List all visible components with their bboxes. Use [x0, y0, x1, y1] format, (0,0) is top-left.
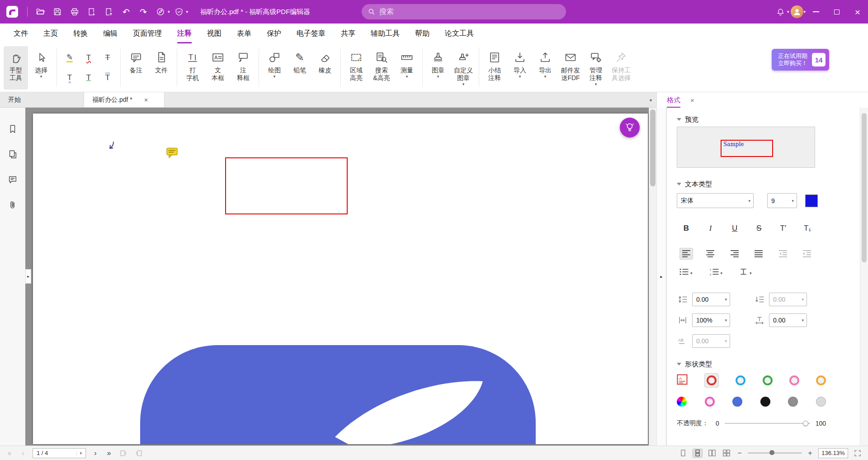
measure-button[interactable]: 测量 ▾: [395, 46, 419, 90]
menu-file[interactable]: 文件: [14, 24, 28, 43]
highlight-text-icon[interactable]: ✎: [60, 48, 79, 68]
tab-list-caret-icon[interactable]: ▾: [650, 92, 652, 108]
fullscreen-button[interactable]: [853, 449, 863, 458]
caret-annotation[interactable]: [107, 141, 116, 154]
close-button[interactable]: ×: [847, 0, 868, 24]
numbered-list-button[interactable]: 12▾: [710, 268, 723, 275]
superscript-button[interactable]: T′: [776, 223, 790, 234]
text-style-swatch[interactable]: A: [677, 374, 688, 387]
buy-now-trial-button[interactable]: 正在试用期 立即购买！ 14: [772, 49, 829, 71]
gray-fill-swatch[interactable]: [788, 397, 798, 407]
next-view-button[interactable]: [134, 449, 144, 458]
close-tab-icon[interactable]: ×: [144, 96, 148, 103]
area-highlight-button[interactable]: 区域 高亮: [344, 46, 368, 90]
rectangle-annotation[interactable]: [225, 157, 348, 214]
maximize-button[interactable]: [826, 0, 847, 24]
pages-panel-icon[interactable]: [7, 148, 19, 160]
shape-style-red-selected[interactable]: [704, 373, 719, 388]
notifications-bell-icon[interactable]: [773, 4, 789, 20]
previous-page-button[interactable]: ‹: [19, 450, 27, 457]
menu-home[interactable]: 主页: [43, 24, 58, 43]
redo-icon[interactable]: ↷: [135, 4, 151, 20]
assistant-lightbulb-button[interactable]: [620, 118, 640, 138]
menu-comment[interactable]: 注释: [177, 24, 192, 43]
text-type-section-header[interactable]: 文本类型: [677, 180, 830, 189]
shape-type-section-header[interactable]: 形状类型: [677, 360, 830, 369]
manage-comments-button[interactable]: 管理 注释 ▾: [584, 46, 608, 90]
next-page-button[interactable]: ›: [91, 450, 99, 457]
bookmarks-panel-icon[interactable]: [7, 123, 19, 135]
sidebar-expand-handle[interactable]: ▸: [25, 269, 31, 284]
opacity-slider-handle[interactable]: [803, 421, 808, 426]
protect-caret-icon[interactable]: ▾: [186, 9, 189, 14]
menu-form[interactable]: 表单: [237, 24, 251, 43]
custom-stamp-button[interactable]: 自定义 图章 ▾: [451, 46, 476, 90]
green-outline-swatch[interactable]: [763, 375, 773, 385]
app-logo-icon[interactable]: [5, 4, 20, 19]
italic-button[interactable]: I: [704, 223, 717, 234]
zoom-slider[interactable]: [748, 452, 802, 454]
line-spacing-select[interactable]: 0.00▾: [692, 293, 730, 306]
cyan-outline-swatch[interactable]: [736, 375, 745, 385]
last-page-button[interactable]: »: [105, 450, 113, 457]
menu-convert[interactable]: 转换: [73, 24, 88, 43]
print-icon[interactable]: [66, 4, 83, 20]
callout-button[interactable]: 注 释框: [231, 46, 255, 90]
strikethrough-button[interactable]: S: [752, 223, 766, 234]
textbox-button[interactable]: A 文 本框: [206, 46, 230, 90]
typewriter-button[interactable]: T 打 字机: [180, 46, 205, 90]
export-pdf-icon[interactable]: [84, 4, 100, 20]
preview-section-header[interactable]: 预览: [677, 115, 830, 124]
menu-share[interactable]: 共享: [341, 24, 355, 43]
drawing-tools-button[interactable]: 绘图 ▾: [262, 46, 287, 90]
font-size-select[interactable]: 9▾: [767, 193, 797, 208]
quick-sign-caret-icon[interactable]: ▾: [168, 9, 170, 14]
zoom-level-indicator[interactable]: 136.13%: [818, 448, 848, 458]
panel-scrollbar[interactable]: [860, 108, 868, 446]
menu-help[interactable]: 帮助: [415, 24, 429, 43]
file-attachment-button[interactable]: 文件: [149, 46, 174, 90]
zoom-out-button[interactable]: −: [736, 449, 743, 457]
share-doc-icon[interactable]: [101, 4, 117, 20]
text-direction-button[interactable]: ▾: [740, 268, 752, 275]
custom-color-wheel[interactable]: [677, 397, 687, 407]
account-avatar[interactable]: [789, 4, 805, 20]
canvas-scrollbar-thumb[interactable]: [650, 109, 656, 186]
squiggly-underline-icon[interactable]: T: [79, 48, 98, 68]
facing-view-button[interactable]: [707, 449, 717, 458]
align-center-button[interactable]: [704, 248, 717, 260]
panel-collapse-handle[interactable]: ▸: [656, 108, 666, 446]
underline-button[interactable]: U: [728, 223, 741, 234]
pink-outline-swatch[interactable]: [789, 375, 799, 385]
import-comments-button[interactable]: 导入 ▾: [508, 46, 532, 90]
search-highlight-button[interactable]: 搜索 &高亮: [369, 46, 394, 90]
quick-sign-icon[interactable]: [152, 4, 169, 20]
note-annotation[interactable]: [166, 147, 178, 160]
blue-fill-swatch[interactable]: [732, 397, 742, 407]
comments-panel-icon[interactable]: [7, 174, 19, 185]
font-color-swatch[interactable]: [805, 194, 818, 207]
page-number-indicator[interactable]: 1 / 4 ▾: [33, 448, 86, 458]
replace-text-icon[interactable]: T: [98, 68, 117, 88]
facing-continuous-view-button[interactable]: [722, 449, 731, 458]
export-comments-button[interactable]: 导出 ▾: [533, 46, 557, 90]
canvas-scrollbar[interactable]: [649, 108, 656, 446]
character-scale-select[interactable]: 100%▾: [692, 313, 730, 327]
single-page-view-button[interactable]: [678, 449, 688, 458]
menu-edit[interactable]: 编辑: [103, 24, 118, 43]
tab-start[interactable]: 开始: [0, 92, 84, 107]
pdf-page[interactable]: [33, 114, 648, 444]
bullet-list-button[interactable]: ▾: [679, 268, 693, 275]
orange-outline-swatch[interactable]: [816, 375, 826, 385]
align-right-button[interactable]: [728, 248, 741, 260]
insert-text-icon[interactable]: T^: [60, 68, 79, 88]
first-page-button[interactable]: «: [5, 450, 14, 457]
previous-view-button[interactable]: [118, 449, 128, 458]
menu-accessibility[interactable]: 辅助工具: [371, 24, 400, 43]
menu-esign[interactable]: 电子签章: [297, 24, 326, 43]
zoom-slider-handle[interactable]: [769, 450, 774, 455]
strikeout-icon[interactable]: T: [98, 48, 117, 68]
opacity-slider[interactable]: [725, 423, 810, 424]
search-box[interactable]: 搜索: [362, 4, 566, 19]
decrease-indent-button[interactable]: [776, 248, 790, 260]
